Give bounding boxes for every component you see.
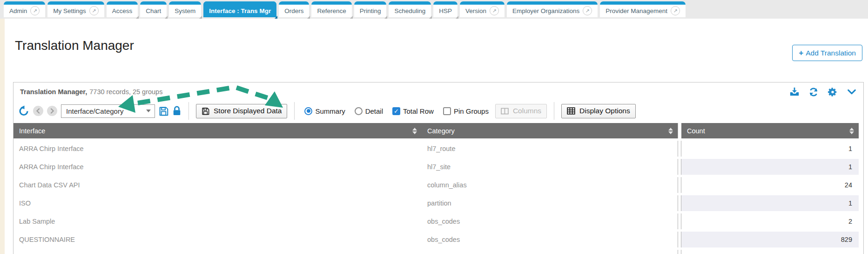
undo-icon[interactable] xyxy=(18,105,29,117)
summary-radio-label: Summary xyxy=(315,107,345,115)
pinned-column-gap xyxy=(678,232,681,247)
category-cell: cmp xyxy=(422,250,678,254)
table-row[interactable]: ARRA Chirp Interface hl7_route 1 xyxy=(13,141,859,157)
store-displayed-data-label: Store Displayed Data xyxy=(214,107,282,115)
column-header-interface[interactable]: Interface xyxy=(13,123,422,138)
tab-label: Printing xyxy=(360,7,381,14)
tab-label: System xyxy=(175,7,195,14)
pinned-column-gap xyxy=(678,177,681,193)
page-title: Translation Manager xyxy=(15,38,134,53)
total-row-checkbox[interactable]: Total Row xyxy=(392,107,434,115)
lock-icon[interactable] xyxy=(172,106,182,116)
floppy-icon xyxy=(202,107,209,115)
count-cell: 1 xyxy=(681,141,859,157)
panel-action-icons xyxy=(789,87,857,97)
refresh-icon[interactable] xyxy=(808,87,819,97)
tab-version[interactable]: Version ↗ xyxy=(460,1,505,17)
interface-cell: ARRA Chirp Interface xyxy=(13,141,422,157)
count-cell: 4 xyxy=(681,250,859,254)
table-row[interactable]: Chart Data CSV API column_alias 24 xyxy=(13,177,859,193)
select-caret-icon xyxy=(146,110,151,112)
pinned-column-gap xyxy=(678,195,681,211)
interface-cell: ARRA Chirp Interface xyxy=(13,159,422,175)
group-by-select[interactable]: Interface/Category xyxy=(61,104,155,118)
toolbar-divider xyxy=(188,102,189,120)
column-header-label: Count xyxy=(687,127,705,135)
external-link-icon: ↗ xyxy=(30,6,40,15)
tab-orders[interactable]: Orders ↗ xyxy=(279,1,309,17)
tab-access[interactable]: Access ↗ xyxy=(107,1,138,17)
category-cell: hl7_site xyxy=(422,159,678,175)
detail-radio-control xyxy=(355,107,363,115)
count-cell: 2 xyxy=(681,213,859,229)
download-icon[interactable] xyxy=(789,87,800,97)
table-row[interactable]: ISO partition 1 xyxy=(13,195,859,211)
tab-label: Chart xyxy=(146,7,161,14)
tab-reference[interactable]: Reference ↗ xyxy=(311,1,351,17)
panel-record-count: 7730 records, 25 groups xyxy=(89,88,162,96)
interface-cell: WEBCHART xyxy=(13,250,422,254)
pin-groups-checkbox-label: Pin Groups xyxy=(454,107,489,115)
category-cell: obs_codes xyxy=(422,232,678,247)
group-by-select-value: Interface/Category xyxy=(66,107,123,115)
external-link-icon: ↗ xyxy=(490,6,499,15)
category-cell: hl7_route xyxy=(422,141,678,157)
detail-radio-label: Detail xyxy=(365,107,383,115)
previous-group-button[interactable] xyxy=(33,106,43,116)
tab-label: Employer Organizations xyxy=(512,7,579,14)
detail-radio[interactable]: Detail xyxy=(355,107,383,115)
display-options-button[interactable]: Display Options xyxy=(561,104,636,118)
table-row[interactable]: QUESTIONNAIRE obs_codes 829 xyxy=(13,232,859,247)
column-header-category[interactable]: Category xyxy=(422,123,678,138)
tab-label: My Settings xyxy=(53,7,86,14)
table-toolbar: Interface/Category xyxy=(13,101,863,121)
tab-scheduling[interactable]: Scheduling ↗ xyxy=(389,1,431,17)
column-header-label: Category xyxy=(427,127,455,135)
table-row[interactable]: Lab Sample obs_codes 2 xyxy=(13,213,859,229)
count-cell: 829 xyxy=(681,232,859,247)
add-translation-button[interactable]: + Add Translation xyxy=(792,45,862,61)
tab-admin[interactable]: Admin ↗ xyxy=(4,1,45,17)
sort-icon[interactable] xyxy=(412,128,417,134)
chevron-down-icon[interactable] xyxy=(847,87,857,97)
display-options-label: Display Options xyxy=(579,107,630,115)
tab-label: Interface : Trans Mgr xyxy=(209,7,271,14)
tab-label: Admin xyxy=(9,7,27,14)
interface-cell: ISO xyxy=(13,195,422,211)
top-tab-bar: Admin ↗ My Settings ↗ Access ↗ Chart ↗ S… xyxy=(0,0,868,19)
sort-icon[interactable] xyxy=(849,128,854,134)
tab-provider-management[interactable]: Provider Management ↗ xyxy=(600,1,686,17)
results-table-header: Interface Category Count xyxy=(13,123,859,138)
tab-label: Provider Management xyxy=(606,7,667,14)
translation-manager-panel: Translation Manager, 7730 records, 25 gr… xyxy=(13,82,864,254)
tab-chart[interactable]: Chart ↗ xyxy=(140,1,167,17)
tab-printing[interactable]: Printing ↗ xyxy=(354,1,387,17)
gear-icon[interactable] xyxy=(828,87,838,97)
summary-radio[interactable]: Summary xyxy=(304,107,345,115)
sort-icon[interactable] xyxy=(668,128,673,134)
tab-my-settings[interactable]: My Settings ↗ xyxy=(47,1,104,17)
tab-system[interactable]: System ↗ xyxy=(169,1,201,17)
tab-interface-trans-mgr[interactable]: Interface : Trans Mgr ↗ xyxy=(203,1,276,17)
tab-hsp[interactable]: HSP ↗ xyxy=(433,1,458,17)
next-group-button[interactable] xyxy=(47,106,57,116)
column-header-count[interactable]: Count xyxy=(681,123,859,138)
tab-label: Orders xyxy=(284,7,303,14)
pinned-column-gap xyxy=(678,141,681,157)
save-view-icon[interactable] xyxy=(159,106,168,116)
pin-groups-checkbox-control xyxy=(443,107,451,115)
translation-manager-screen: Admin ↗ My Settings ↗ Access ↗ Chart ↗ S… xyxy=(0,0,868,254)
tab-employer-organizations[interactable]: Employer Organizations ↗ xyxy=(507,1,598,17)
pinned-column-gap xyxy=(678,250,681,254)
table-row[interactable]: ARRA Chirp Interface hl7_site 1 xyxy=(13,159,859,175)
tab-label: HSP xyxy=(439,7,452,14)
store-displayed-data-button[interactable]: Store Displayed Data xyxy=(196,104,287,118)
pinned-column-gap xyxy=(678,159,681,175)
pin-groups-checkbox[interactable]: Pin Groups xyxy=(443,107,489,115)
tab-label: Version xyxy=(465,7,486,14)
tab-label: Reference xyxy=(317,7,346,14)
external-link-icon: ↗ xyxy=(671,6,680,15)
table-row[interactable]: WEBCHART cmp 4 xyxy=(13,250,859,254)
toolbar-divider xyxy=(554,102,554,120)
column-header-label: Interface xyxy=(19,127,45,135)
